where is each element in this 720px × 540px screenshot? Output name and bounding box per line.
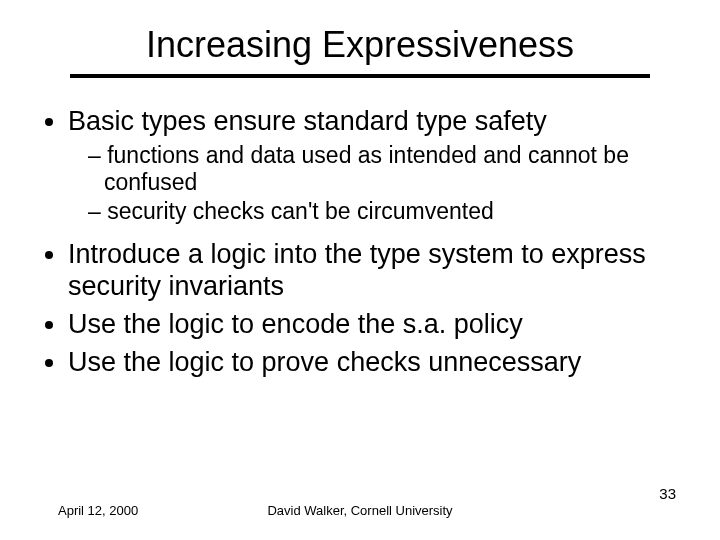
sub-bullet-item: security checks can't be circumvented: [88, 198, 680, 225]
sub-bullet-item: functions and data used as intended and …: [88, 142, 680, 196]
slide-body: Basic types ensure standard type safety …: [40, 106, 680, 379]
sub-bullet-list: functions and data used as intended and …: [68, 142, 680, 225]
title-underline: [70, 74, 650, 78]
page-number: 33: [659, 485, 676, 502]
bullet-list: Basic types ensure standard type safety …: [40, 106, 680, 379]
slide: Increasing Expressiveness Basic types en…: [0, 0, 720, 540]
bullet-item: Basic types ensure standard type safety …: [68, 106, 680, 225]
bullet-item: Introduce a logic into the type system t…: [68, 239, 680, 303]
footer-author: David Walker, Cornell University: [0, 503, 720, 518]
slide-title: Increasing Expressiveness: [142, 24, 578, 72]
title-area: Increasing Expressiveness: [40, 24, 680, 78]
bullet-item: Use the logic to prove checks unnecessar…: [68, 347, 680, 379]
bullet-item: Use the logic to encode the s.a. policy: [68, 309, 680, 341]
bullet-text: Basic types ensure standard type safety: [68, 106, 547, 136]
